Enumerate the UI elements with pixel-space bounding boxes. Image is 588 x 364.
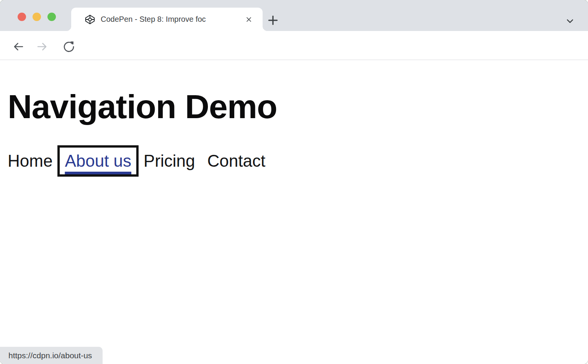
traffic-lights — [18, 13, 56, 21]
back-arrow-icon[interactable] — [12, 40, 25, 53]
chevron-down-icon[interactable] — [564, 15, 576, 25]
nav-link-pricing[interactable]: Pricing — [144, 153, 195, 169]
main-navigation: Home About us Pricing Contact — [8, 153, 588, 169]
traffic-close-icon[interactable] — [18, 13, 26, 21]
forward-arrow-icon[interactable] — [36, 40, 49, 53]
codepen-favicon-icon — [85, 15, 95, 24]
reload-icon[interactable] — [62, 40, 75, 53]
nav-link-about-us[interactable]: About us — [65, 153, 131, 169]
nav-link-contact[interactable]: Contact — [207, 153, 266, 169]
traffic-zoom-icon[interactable] — [47, 13, 56, 21]
tab-title-fade — [224, 15, 240, 24]
page-title: Navigation Demo — [8, 90, 588, 123]
close-icon[interactable] — [245, 16, 253, 23]
page-content: Navigation Demo Home About us Pricing Co… — [0, 60, 588, 364]
browser-window: CodePen - Step 8: Improve foc — [0, 0, 588, 364]
traffic-minimize-icon[interactable] — [33, 13, 41, 21]
plus-icon[interactable] — [267, 15, 279, 26]
tab-title: CodePen - Step 8: Improve foc — [101, 15, 240, 24]
tab-strip: CodePen - Step 8: Improve foc — [0, 0, 588, 31]
status-bar: https://cdpn.io/about-us — [0, 347, 103, 364]
nav-link-home[interactable]: Home — [8, 153, 52, 169]
browser-toolbar: cdpn.io/pen/debug/OJvwGER — [0, 31, 588, 60]
browser-tab[interactable]: CodePen - Step 8: Improve foc — [71, 8, 263, 31]
